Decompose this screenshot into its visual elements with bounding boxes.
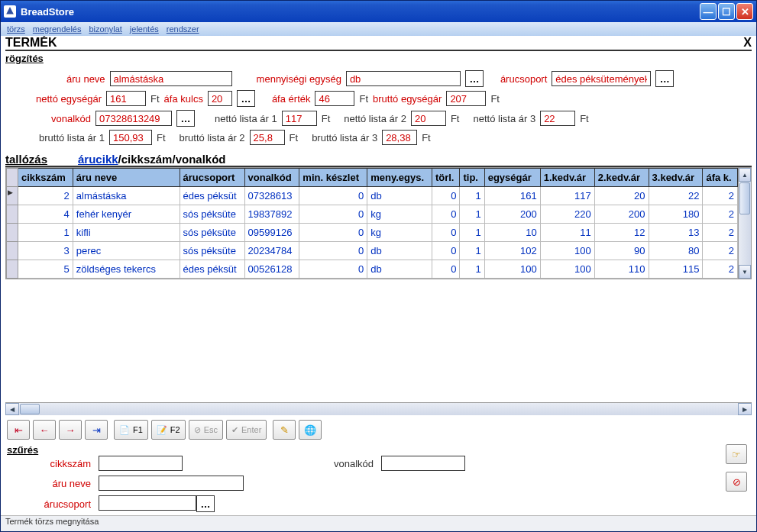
cell[interactable]: 1 (460, 205, 484, 224)
cell[interactable]: fehér kenyér (73, 205, 180, 224)
scroll-left-icon[interactable]: ◀ (5, 403, 19, 415)
menu-rendszer[interactable]: rendszer (167, 24, 199, 34)
cell[interactable]: almástáska (73, 187, 180, 205)
cell[interactable]: 13 (649, 224, 703, 242)
cell[interactable]: 0 (299, 187, 367, 205)
cell[interactable]: 1 (460, 260, 484, 279)
cell[interactable]: 0 (432, 187, 460, 205)
table-row[interactable]: 1kiflisós péksüte095991260kg01101112132 (7, 224, 738, 242)
col-header[interactable]: törl. (432, 169, 460, 187)
input-afa-kulcs[interactable] (208, 91, 232, 106)
cell[interactable]: sós péksüte (180, 205, 244, 224)
cell[interactable]: 2 (703, 260, 738, 279)
cell[interactable]: 20234784 (244, 242, 299, 260)
cell[interactable]: 4 (18, 205, 73, 224)
page-close-x[interactable]: X (743, 36, 752, 50)
row-handle[interactable] (7, 187, 18, 205)
lookup-arucsoport[interactable]: … (655, 70, 674, 87)
cell[interactable]: 09599126 (244, 224, 299, 242)
col-header[interactable]: árucsoport (180, 169, 244, 187)
cell[interactable]: 200 (484, 205, 540, 224)
filter-input-vonalkod[interactable] (381, 456, 465, 471)
cell[interactable]: 07328613 (244, 187, 299, 205)
row-handle[interactable] (7, 242, 18, 260)
f1-button[interactable]: 📄F1 (114, 420, 148, 440)
cell[interactable]: 20 (594, 187, 649, 205)
cell[interactable]: 2 (703, 187, 738, 205)
scroll-right-icon[interactable]: ▶ (738, 403, 752, 415)
cell[interactable]: db (367, 260, 432, 279)
cell[interactable]: 22 (649, 187, 703, 205)
cell[interactable]: 90 (594, 242, 649, 260)
input-menny-egys[interactable] (346, 71, 461, 86)
col-header[interactable]: 2.kedv.ár (594, 169, 649, 187)
cell[interactable]: 100 (540, 260, 594, 279)
cell[interactable]: 11 (540, 224, 594, 242)
breadcrumb-link[interactable]: árucikk (78, 153, 118, 166)
apply-filter-button[interactable]: ☞ (726, 444, 747, 464)
cell[interactable]: kg (367, 224, 432, 242)
lookup-afa-kulcs[interactable]: … (237, 90, 255, 107)
cell[interactable]: 180 (649, 205, 703, 224)
col-header[interactable]: cikkszám (18, 169, 73, 187)
col-header[interactable]: áfa k. (703, 169, 738, 187)
cell[interactable]: 115 (649, 260, 703, 279)
cell[interactable]: 0 (299, 260, 367, 279)
vertical-scrollbar[interactable]: ▲ ▼ (738, 168, 751, 279)
cell[interactable]: 0 (432, 242, 460, 260)
col-header[interactable]: min. készlet (299, 169, 367, 187)
col-header[interactable]: meny.egys. (367, 169, 432, 187)
input-brutto-lista3[interactable] (382, 130, 417, 145)
nav-last-button[interactable]: ⇥ (85, 420, 108, 440)
col-header[interactable]: egységár (484, 169, 540, 187)
row-handle[interactable] (7, 224, 18, 242)
table-row[interactable]: 3perecsós péksüte202347840db011021009080… (7, 242, 738, 260)
cell[interactable]: 200 (594, 205, 649, 224)
cell[interactable]: 2 (703, 242, 738, 260)
cell[interactable]: 0 (299, 242, 367, 260)
input-brutto-lista1[interactable] (109, 130, 152, 145)
cell[interactable]: kifli (73, 224, 180, 242)
scroll-up-icon[interactable]: ▲ (739, 168, 751, 182)
input-netto-lista2[interactable] (411, 111, 446, 126)
table-row[interactable]: 4fehér kenyérsós péksüte198378920kg01200… (7, 205, 738, 224)
cell[interactable]: perec (73, 242, 180, 260)
wand-button[interactable]: ✎ (273, 420, 296, 440)
cell[interactable]: 0 (432, 224, 460, 242)
scroll-hthumb[interactable] (20, 404, 40, 414)
table-row[interactable]: 2almástáskaédes péksüt073286130db0116111… (7, 187, 738, 205)
enter-button[interactable]: ✔Enter (226, 420, 267, 440)
input-afa-ertek[interactable] (315, 91, 354, 106)
cell[interactable]: édes péksüt (180, 187, 244, 205)
cell[interactable]: kg (367, 205, 432, 224)
scroll-thumb[interactable] (739, 182, 750, 214)
col-header[interactable]: tip. (460, 169, 484, 187)
cell[interactable]: 1 (18, 224, 73, 242)
menu-bizonylat[interactable]: bizonylat (89, 24, 121, 34)
cell[interactable]: 5 (18, 260, 73, 279)
cell[interactable]: 00526128 (244, 260, 299, 279)
cell[interactable]: 2 (18, 187, 73, 205)
esc-button[interactable]: ⊘Esc (189, 420, 223, 440)
cell[interactable]: 220 (540, 205, 594, 224)
cell[interactable]: 102 (484, 242, 540, 260)
filter-input-arucsoport[interactable] (99, 495, 196, 511)
input-brutto-lista2[interactable] (250, 130, 285, 145)
cell[interactable]: db (367, 242, 432, 260)
minimize-button[interactable]: — (700, 3, 717, 20)
col-header[interactable]: áru neve (73, 169, 180, 187)
cell[interactable]: db (367, 187, 432, 205)
col-header[interactable]: 1.kedv.ár (540, 169, 594, 187)
lookup-menny-egys[interactable]: … (465, 70, 484, 87)
filter-input-cikkszam[interactable] (99, 456, 183, 471)
cell[interactable]: 0 (299, 205, 367, 224)
f2-button[interactable]: 📝F2 (151, 420, 186, 440)
nav-next-button[interactable]: → (59, 420, 82, 440)
cell[interactable]: 10 (484, 224, 540, 242)
cell[interactable]: 161 (484, 187, 540, 205)
input-netto-egysegar[interactable] (106, 91, 146, 106)
input-arucsoport[interactable] (552, 71, 651, 86)
cell[interactable]: édes péksüt (180, 260, 244, 279)
cell[interactable]: 12 (594, 224, 649, 242)
menu-jelentes[interactable]: jelentés (130, 24, 159, 34)
